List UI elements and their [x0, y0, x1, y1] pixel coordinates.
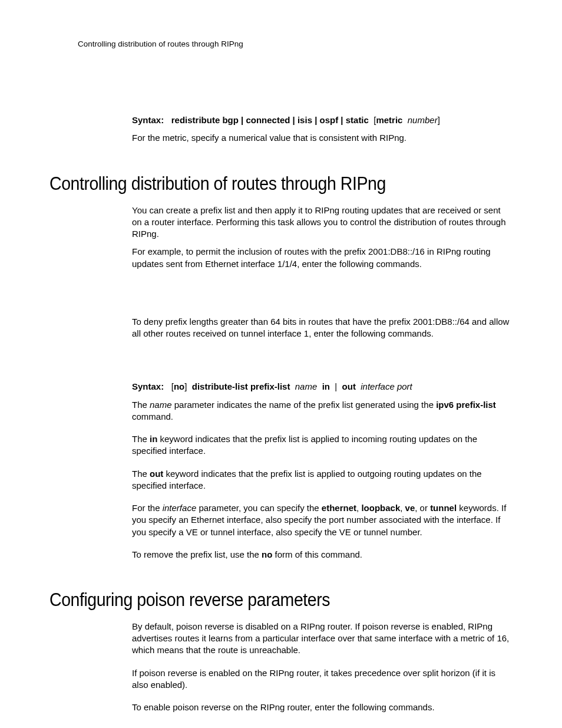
text: command. — [132, 411, 173, 421]
para-poison-2: If poison reverse is enabled on the RIPn… — [132, 667, 510, 691]
para-intro-1: You can create a prefix list and then ap… — [132, 205, 510, 241]
kw-out: out — [342, 381, 356, 391]
text: To remove the prefix list, use the — [132, 549, 262, 559]
running-header: Controlling distribution of routes throu… — [78, 35, 513, 50]
bracket-close: ] — [438, 115, 440, 125]
para-remove-prefix: To remove the prefix list, use the no fo… — [132, 549, 510, 561]
text: For the — [132, 503, 163, 513]
arg-name: name — [295, 381, 318, 391]
text: , or — [415, 503, 430, 513]
para-metric-note: For the metric, specify a numerical valu… — [132, 132, 510, 144]
para-deny: To deny prefix lengths greater than 64 b… — [132, 316, 510, 340]
kw-in: in — [150, 434, 157, 444]
kw-distribute-list: distribute-list prefix-list — [192, 381, 290, 391]
text: The — [132, 400, 150, 410]
arg-name: name — [150, 400, 172, 410]
text: keyword indicates that the prefix list i… — [132, 434, 477, 456]
text: parameter indicates the name of the pref… — [172, 400, 437, 410]
heading-controlling-distribution: Controlling distribution of routes throu… — [49, 172, 475, 196]
syntax-label: Syntax: — [132, 115, 164, 125]
kw-out: out — [150, 469, 163, 479]
para-name-param: The name parameter indicates the name of… — [132, 399, 510, 423]
syntax-distribute-list: Syntax: [no] distribute-list prefix-list… — [132, 381, 510, 393]
syntax-label: Syntax: — [132, 381, 164, 391]
text: parameter, you can specify the — [196, 503, 322, 513]
arg-number: number — [408, 115, 438, 125]
para-intro-2: For example, to permit the inclusion of … — [132, 246, 510, 270]
text: The — [132, 434, 150, 444]
text: , — [400, 503, 405, 513]
kw-no: no — [262, 549, 272, 559]
pipe: | — [335, 381, 337, 391]
para-out-keyword: The out keyword indicates that the prefi… — [132, 468, 510, 492]
kw-in: in — [322, 381, 330, 391]
heading-poison-reverse: Configuring poison reverse parameters — [49, 588, 475, 612]
text: The — [132, 469, 150, 479]
syntax-body: redistribute bgp | connected | isis | os… — [171, 115, 369, 125]
kw-ipv6-prefix-list: ipv6 prefix-list — [436, 400, 496, 410]
page: Controlling distribution of routes throu… — [0, 0, 562, 728]
kw-tunnel: tunnel — [430, 503, 457, 513]
kw-ethernet: ethernet — [322, 503, 356, 513]
arg-interface: interface — [163, 503, 197, 513]
kw-loopback: loopback — [361, 503, 400, 513]
syntax-redistribute: Syntax: redistribute bgp | connected | i… — [132, 114, 510, 126]
para-in-keyword: The in keyword indicates that the prefix… — [132, 433, 510, 457]
kw-ve: ve — [405, 503, 415, 513]
para-poison-3: To enable poison reverse on the RIPng ro… — [132, 701, 510, 713]
text: form of this command. — [272, 549, 362, 559]
para-interface-param: For the interface parameter, you can spe… — [132, 502, 510, 538]
kw-no: no — [174, 381, 184, 391]
arg-interface-port: interface port — [361, 381, 412, 391]
para-poison-1: By default, poison reverse is disabled o… — [132, 621, 510, 657]
bracket-close: ] — [184, 381, 187, 391]
text: keyword indicates that the prefix list i… — [132, 469, 482, 490]
kw-metric: metric — [376, 115, 402, 125]
